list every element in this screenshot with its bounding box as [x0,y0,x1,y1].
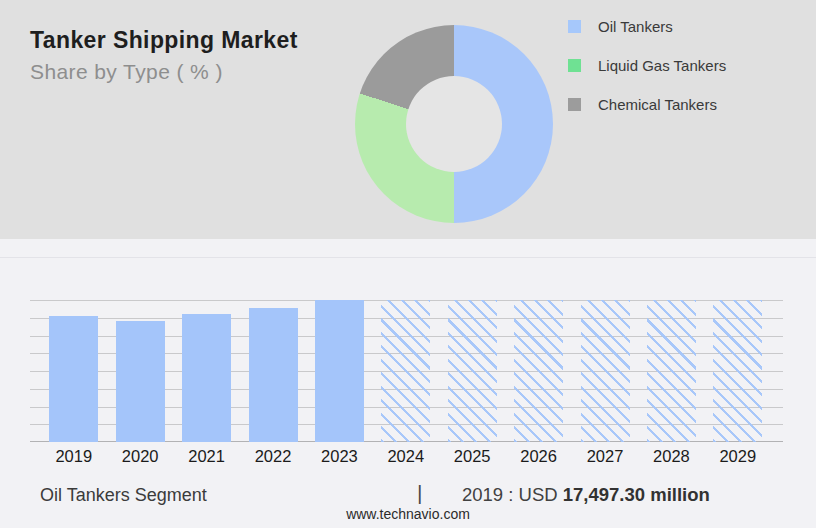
value-amount: 17,497.30 million [563,484,710,505]
axis-label-2020: 2020 [122,447,159,466]
axis-label-2028: 2028 [653,447,690,466]
bar-2022 [249,308,298,442]
bar-2019 [49,316,98,442]
axis-label-2027: 2027 [587,447,624,466]
axis-label-2029: 2029 [719,447,756,466]
value-prefix: 2019 : USD [462,484,563,505]
forecast-bar-2029 [713,300,762,442]
legend-item-liquid-gas-tankers: Liquid Gas Tankers [568,57,726,73]
forecast-bar-2028 [647,300,696,442]
legend: Oil TankersLiquid Gas TankersChemical Ta… [568,0,808,130]
legend-item-oil-tankers: Oil Tankers [568,18,673,34]
forecast-bar-2027 [581,300,630,442]
legend-item-chemical-tankers: Chemical Tankers [568,96,717,112]
axis-label-2026: 2026 [520,447,557,466]
legend-swatch-icon [568,98,581,111]
header-panel: Tanker Shipping Market Share by Type ( %… [0,0,816,239]
axis-label-2021: 2021 [188,447,225,466]
footer-divider: | [417,481,422,505]
forecast-bar-2024 [381,300,430,442]
bar-chart: 2019202020212022202320242025202620272028… [30,300,783,442]
axis-label-2019: 2019 [55,447,92,466]
legend-swatch-icon [568,59,581,72]
axis-label-2022: 2022 [255,447,292,466]
section-divider [0,257,816,258]
bar-2021 [182,314,231,442]
infographic-root: Tanker Shipping Market Share by Type ( %… [0,0,816,528]
page-title: Tanker Shipping Market [30,27,298,54]
axis-label-2025: 2025 [454,447,491,466]
segment-label: Oil Tankers Segment [40,485,207,506]
bar-2020 [116,321,165,442]
donut-chart [355,25,553,223]
axis-label-2023: 2023 [321,447,358,466]
donut-hole [406,76,502,172]
legend-label: Oil Tankers [598,18,673,35]
forecast-bar-2026 [514,300,563,442]
legend-label: Chemical Tankers [598,96,717,113]
legend-label: Liquid Gas Tankers [598,57,726,74]
bar-2023 [315,300,364,442]
axis-label-2024: 2024 [387,447,424,466]
legend-swatch-icon [568,20,581,33]
website-link[interactable]: www.technavio.com [0,506,816,522]
value-text: 2019 : USD 17,497.30 million [462,484,710,506]
forecast-bar-2025 [448,300,497,442]
page-subtitle: Share by Type ( % ) [30,60,223,84]
